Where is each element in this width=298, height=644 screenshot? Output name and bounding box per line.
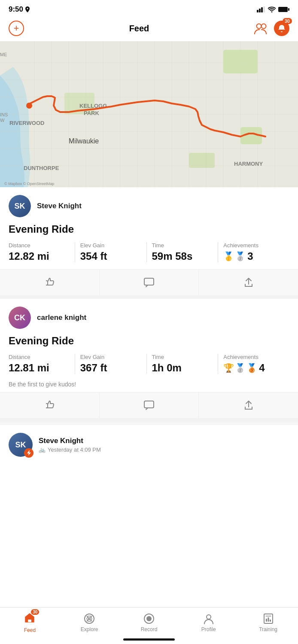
page-title: Feed [129, 24, 149, 33]
action-bar-1 [0, 269, 298, 295]
friends-icon[interactable] [254, 22, 268, 34]
ride-title-2: Evening Ride [9, 335, 289, 347]
svg-marker-52 [87, 616, 92, 621]
nav-home-wrap: 30 [24, 612, 36, 626]
share-button-2[interactable] [198, 392, 298, 418]
notification-badge: 30 [283, 18, 292, 24]
comment-button-2[interactable] [99, 392, 199, 418]
stat-achievements-2: Achievements 🏆 🥈 🥉 4 [218, 354, 289, 374]
stats-row-2: Distance 12.81 mi Elev Gain 367 ft Time … [9, 354, 289, 374]
feed-item-2: CK carlene knight Evening Ride Distance … [0, 299, 298, 422]
medals-2: 🏆 🥈 🥉 [223, 363, 257, 373]
status-time: 9:50 [9, 5, 30, 14]
partial-user-name: Steve Knight [39, 437, 101, 445]
explore-icon [83, 613, 95, 625]
svg-rect-5 [288, 8, 289, 11]
bell-icon [277, 24, 286, 33]
partial-avatar-wrap: SK [9, 433, 33, 457]
signal-icon [257, 6, 265, 12]
comment-icon [143, 277, 155, 288]
svg-rect-59 [268, 617, 269, 622]
header-left: + [9, 21, 24, 36]
training-icon [262, 613, 274, 625]
header-right: 30 [254, 21, 289, 36]
share-icon [243, 277, 254, 288]
nav-item-explore[interactable]: Explore [60, 613, 119, 632]
nav-item-profile[interactable]: Profile [179, 613, 238, 632]
feed-item-1-header: SK Steve Knight [9, 195, 289, 217]
svg-point-51 [88, 618, 90, 620]
app-header: + Feed 30 [0, 17, 298, 41]
avatar-steve[interactable]: SK [9, 195, 31, 217]
action-bar-2 [0, 392, 298, 418]
svg-rect-47 [144, 278, 154, 285]
stat-elev-1: Elev Gain 354 ft [75, 242, 146, 262]
lightning-icon [26, 450, 32, 456]
thumbsup-icon [43, 276, 55, 289]
battery-icon [278, 6, 289, 12]
svg-text:© Mapbox © OpenStreetMap: © Mapbox © OpenStreetMap [4, 182, 54, 186]
nav-label-training: Training [259, 626, 277, 632]
record-icon [143, 613, 155, 625]
add-button[interactable]: + [9, 21, 24, 36]
svg-point-50 [85, 614, 94, 623]
avatar-carlene[interactable]: CK [9, 307, 31, 329]
location-icon [25, 6, 30, 12]
nav-item-feed[interactable]: 30 Feed [0, 612, 60, 633]
nav-label-record: Record [141, 626, 158, 632]
status-icons [257, 6, 289, 12]
stats-row-1: Distance 12.82 mi Elev Gain 354 ft Time … [9, 242, 289, 262]
kudos-text-2: Be the first to give kudos! [9, 381, 289, 388]
svg-text:Milwaukie: Milwaukie [69, 137, 99, 145]
kudos-button-1[interactable] [0, 270, 99, 295]
svg-rect-48 [144, 401, 154, 408]
svg-point-45 [26, 103, 32, 109]
svg-rect-3 [263, 6, 265, 12]
activity-badge [24, 448, 33, 458]
stat-distance-2: Distance 12.81 mi [9, 354, 75, 374]
notification-button[interactable]: 30 [274, 21, 289, 36]
share-icon-2 [243, 400, 254, 411]
share-button-1[interactable] [198, 270, 298, 295]
svg-point-54 [146, 616, 152, 621]
ride-title-1: Evening Ride [9, 223, 289, 235]
svg-text:DUNTHORPE: DUNTHORPE [24, 165, 59, 171]
thumbsup-icon-2 [43, 399, 55, 411]
comment-button-1[interactable] [99, 270, 199, 295]
profile-icon [203, 613, 215, 625]
nav-item-record[interactable]: Record [119, 613, 179, 632]
feed-item-1: SK Steve Knight Evening Ride Distance 12… [0, 187, 298, 299]
svg-rect-0 [257, 10, 258, 12]
svg-text:HARMONY: HARMONY [234, 161, 263, 167]
feed-item-3-partial: SK Steve Knight 🚲 Yesterday at 4:09 PM [0, 425, 298, 461]
svg-point-8 [262, 24, 266, 29]
nav-label-explore: Explore [81, 626, 98, 632]
status-bar: 9:50 [0, 0, 298, 17]
feed-badge: 30 [31, 609, 39, 615]
wifi-icon [268, 6, 276, 12]
svg-rect-49 [28, 620, 31, 622]
svg-rect-60 [270, 620, 271, 622]
user-name-1: Steve Knight [37, 202, 82, 210]
route-map: RIVERWOOD Milwaukie DUNTHORPE KELLOGG PA… [0, 41, 298, 187]
kudos-button-2[interactable] [0, 392, 99, 418]
partial-info: Steve Knight 🚲 Yesterday at 4:09 PM [39, 437, 101, 453]
svg-text:PARK: PARK [84, 110, 99, 116]
medals-1: 🥇 🥈 [223, 251, 246, 261]
nav-item-training[interactable]: Training [238, 613, 298, 632]
bike-icon: 🚲 [39, 447, 46, 453]
svg-rect-1 [259, 9, 261, 12]
bottom-nav: 30 Feed Explore Record [0, 607, 298, 644]
svg-rect-2 [261, 7, 263, 12]
svg-text:RIVERWOOD: RIVERWOOD [9, 120, 44, 126]
svg-text:W: W [0, 118, 5, 123]
user-name-2: carlene knight [37, 313, 86, 322]
stat-achievements-1: Achievements 🥇 🥈 3 [218, 242, 289, 262]
nav-label-feed: Feed [24, 627, 36, 633]
svg-rect-58 [266, 619, 267, 622]
svg-point-7 [257, 24, 262, 29]
stat-time-2: Time 1h 0m [146, 354, 218, 374]
stat-distance-1: Distance 12.82 mi [9, 242, 75, 262]
nav-label-profile: Profile [201, 626, 216, 632]
feed-item-2-header: CK carlene knight [9, 307, 289, 329]
